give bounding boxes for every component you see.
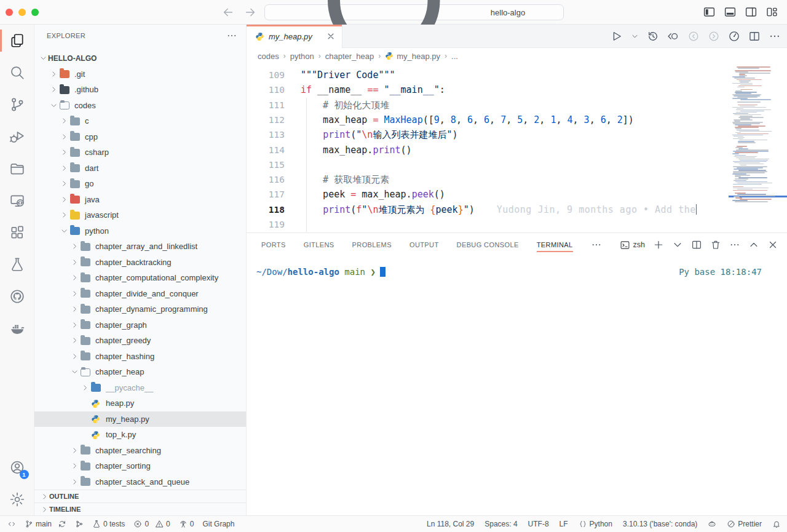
minimap[interactable] xyxy=(729,64,787,232)
activity-source-control[interactable] xyxy=(0,89,34,121)
terminal-instance[interactable]: zsh xyxy=(620,240,645,250)
code-line-118[interactable]: 118 print(f"\n堆顶元素为 {peek}")Yudong Jin, … xyxy=(247,202,729,217)
activity-search[interactable] xyxy=(0,57,34,89)
breadcrumb-item-codes[interactable]: codes xyxy=(258,52,279,61)
status-tests[interactable]: 0 tests xyxy=(92,520,125,528)
explorer-more-actions-button[interactable] xyxy=(226,30,237,41)
gitlens-annotate-button[interactable] xyxy=(728,30,740,42)
tree-item-go[interactable]: go xyxy=(34,176,246,192)
status-git-graph[interactable]: Git Graph xyxy=(202,520,234,528)
status-language-mode[interactable]: Python xyxy=(579,520,612,528)
code-editor[interactable]: 109"""Driver Code"""110if __name__ == "_… xyxy=(247,64,787,232)
tree-item-chapter-stack-and-queue[interactable]: chapter_stack_and_queue xyxy=(34,474,246,490)
close-panel-button[interactable] xyxy=(767,239,778,250)
line-number[interactable]: 118 xyxy=(247,202,285,217)
forward-button[interactable] xyxy=(243,6,257,19)
panel-tab-ports[interactable]: PORTS xyxy=(261,233,286,256)
status-remote-indicator[interactable] xyxy=(7,520,16,528)
command-center-search[interactable]: hello-algo xyxy=(264,4,564,20)
activity-run-and-debug[interactable] xyxy=(0,121,34,153)
status-prettier[interactable]: Prettier xyxy=(727,520,762,528)
status-copilot[interactable] xyxy=(708,520,716,528)
outline-section-header[interactable]: OUTLINE xyxy=(34,490,246,502)
tree-item-chapter-greedy[interactable]: chapter_greedy xyxy=(34,333,246,349)
breadcrumb-item-my-heap-py[interactable]: my_heap.py xyxy=(385,52,440,61)
maximize-panel-button[interactable] xyxy=(748,239,759,250)
code-line-111[interactable]: 111 # 初始化大顶堆 xyxy=(247,98,729,113)
tree-item-top-k-py[interactable]: top_k.py xyxy=(34,427,246,443)
status-encoding[interactable]: UTF-8 xyxy=(528,520,549,528)
line-number[interactable]: 114 xyxy=(247,143,285,157)
tree-item-python[interactable]: python xyxy=(34,223,246,239)
line-number[interactable]: 119 xyxy=(247,217,285,232)
line-number[interactable]: 110 xyxy=(247,82,285,97)
line-number[interactable]: 117 xyxy=(247,187,285,202)
code-line-114[interactable]: 114 max_heap.print() xyxy=(247,143,729,157)
code-line-119[interactable]: 119 xyxy=(247,217,729,232)
tree-item-chapter-searching[interactable]: chapter_searching xyxy=(34,443,246,459)
split-editor-button[interactable] xyxy=(748,30,761,42)
code-line-109[interactable]: 109"""Driver Code""" xyxy=(247,68,729,82)
toggle-primary-sidebar-button[interactable] xyxy=(703,6,716,18)
tree-item-chapter-backtracking[interactable]: chapter_backtracking xyxy=(34,255,246,271)
toggle-panel-button[interactable] xyxy=(724,6,737,18)
tree-item-java[interactable]: java xyxy=(34,192,246,208)
status-problems[interactable]: 00 xyxy=(133,520,170,528)
activity-accounts[interactable]: 1 xyxy=(0,451,34,483)
tree-item--pycache-[interactable]: __pycache__ xyxy=(34,380,246,396)
tree-item-heap-py[interactable]: heap.py xyxy=(34,395,246,411)
line-number[interactable]: 115 xyxy=(247,157,285,172)
activity-settings[interactable] xyxy=(0,483,34,515)
activity-github[interactable] xyxy=(0,280,34,312)
panel-tab-output[interactable]: OUTPUT xyxy=(409,233,439,256)
tree-item-javascript[interactable]: javascript xyxy=(34,207,246,223)
tree-item-chapter-computational-complexity[interactable]: chapter_computational_complexity xyxy=(34,270,246,286)
line-number[interactable]: 113 xyxy=(247,127,285,142)
breadcrumb-item-python[interactable]: python xyxy=(290,52,314,61)
tree-item-chapter-heap[interactable]: chapter_heap xyxy=(34,364,246,380)
tree-item-c[interactable]: c xyxy=(34,113,246,129)
tree-item-csharp[interactable]: csharp xyxy=(34,145,246,161)
tree-item-chapter-divide-and-conquer[interactable]: chapter_divide_and_conquer xyxy=(34,286,246,302)
line-number[interactable]: 111 xyxy=(247,98,285,113)
status-source-control-graph[interactable] xyxy=(75,520,84,528)
timeline-section-header[interactable]: TIMELINE xyxy=(34,502,246,515)
kill-terminal-button[interactable] xyxy=(710,239,721,250)
tree-item-chapter-array-and-linkedlist[interactable]: chapter_array_and_linkedlist xyxy=(34,239,246,255)
tree-item-codes[interactable]: codes xyxy=(34,98,246,114)
code-line-117[interactable]: 117 peek = max_heap.peek() xyxy=(247,187,729,202)
status-ports[interactable]: 0 xyxy=(179,520,194,528)
panel-more-button[interactable] xyxy=(729,239,740,250)
close-window-button[interactable] xyxy=(6,9,13,16)
tree-item-root[interactable]: HELLO-ALGO xyxy=(34,50,246,66)
terminal[interactable]: ~/Dow/hello-algo main ❯ Py base 18:18:47 xyxy=(247,256,787,515)
code-line-112[interactable]: 112 max_heap = MaxHeap([9, 8, 6, 6, 7, 5… xyxy=(247,113,729,127)
customize-layout-button[interactable] xyxy=(765,6,778,18)
code-line-113[interactable]: 113 print("\n输入列表并建堆后") xyxy=(247,127,729,142)
run-dropdown-button[interactable] xyxy=(631,30,639,42)
more-actions-button[interactable] xyxy=(769,30,781,42)
open-changes-button[interactable] xyxy=(667,30,679,42)
tree-item-dart[interactable]: dart xyxy=(34,161,246,177)
close-tab-icon[interactable] xyxy=(326,31,336,41)
tree-item-cpp[interactable]: cpp xyxy=(34,129,246,145)
line-number[interactable]: 109 xyxy=(247,68,285,82)
line-number[interactable]: 116 xyxy=(247,172,285,187)
code-line-115[interactable]: 115 xyxy=(247,157,729,172)
file-history-button[interactable] xyxy=(647,30,659,42)
tab-my-heap-py[interactable]: my_heap.py xyxy=(247,25,342,48)
status-eol[interactable]: LF xyxy=(560,520,568,528)
status-git-branch[interactable]: main xyxy=(25,520,66,528)
activity-explorer[interactable] xyxy=(0,25,34,57)
split-terminal-button[interactable] xyxy=(691,239,702,250)
status-indentation[interactable]: Spaces: 4 xyxy=(484,520,517,528)
activity-testing[interactable] xyxy=(0,248,34,280)
minimize-window-button[interactable] xyxy=(18,9,26,16)
panel-tab-terminal[interactable]: TERMINAL xyxy=(537,233,573,256)
tree-item-chapter-hashing[interactable]: chapter_hashing xyxy=(34,349,246,365)
toggle-secondary-sidebar-button[interactable] xyxy=(745,6,757,18)
status-notifications[interactable] xyxy=(772,520,781,528)
panel-tabs-more-button[interactable] xyxy=(591,239,602,250)
panel-tab-gitlens[interactable]: GITLENS xyxy=(304,233,334,256)
zoom-window-button[interactable] xyxy=(31,9,39,16)
